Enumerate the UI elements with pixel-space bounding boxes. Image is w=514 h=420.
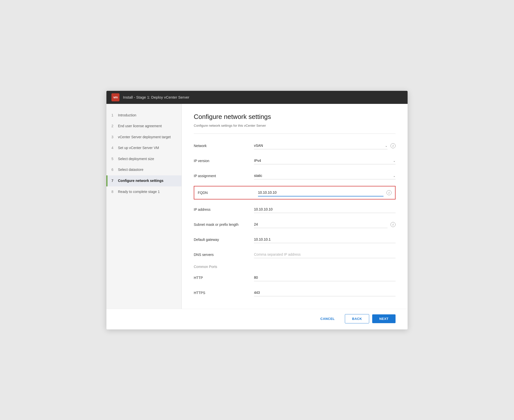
gateway-row: Default gateway <box>194 235 396 245</box>
step-num-4: 4 <box>111 146 115 151</box>
step-num-3: 3 <box>111 135 115 140</box>
subnet-label: Subnet mask or prefix length <box>194 223 254 227</box>
http-row: HTTP <box>194 273 396 283</box>
dns-label: DNS servers <box>194 253 254 257</box>
sidebar-item-deployment-size[interactable]: 5 Select deployment size <box>106 154 181 165</box>
gateway-input[interactable] <box>254 236 396 243</box>
sidebar-item-network-settings[interactable]: 7 Configure network settings <box>106 175 181 186</box>
sidebar-item-ready[interactable]: 8 Ready to complete stage 1 <box>106 186 181 197</box>
ip-assignment-select[interactable]: static DHCP <box>254 172 396 179</box>
cancel-button[interactable]: CANCEL <box>313 314 342 323</box>
sidebar-item-deployment-target[interactable]: 3 vCenter Server deployment target <box>106 132 181 143</box>
http-control <box>254 274 396 281</box>
step-num-6: 6 <box>111 167 115 172</box>
fqdn-row: FQDN i <box>194 186 396 199</box>
fqdn-control <box>258 189 383 196</box>
step-num-8: 8 <box>111 189 115 194</box>
network-control: vSAN VM Network Management Network ⌄ <box>254 142 388 149</box>
ip-address-input[interactable] <box>254 206 396 213</box>
network-select[interactable]: vSAN VM Network Management Network <box>254 142 388 149</box>
ip-assignment-row: IP assignment static DHCP ⌄ <box>194 171 396 181</box>
step-num-7: 7 <box>111 178 115 183</box>
dns-control <box>254 251 396 258</box>
ip-assignment-label: IP assignment <box>194 174 254 178</box>
subnet-control <box>254 221 388 228</box>
ip-version-label: IP version <box>194 159 254 163</box>
titlebar-title: Install - Stage 1: Deploy vCenter Server <box>123 95 189 99</box>
gateway-control <box>254 236 396 243</box>
page-title: Configure network settings <box>194 113 396 121</box>
main-body: 1 Introduction 2 End user license agreem… <box>106 104 408 309</box>
network-info-icon[interactable]: i <box>391 143 396 148</box>
ip-version-control: IPv4 IPv6 ⌄ <box>254 157 396 164</box>
form-section: Network vSAN VM Network Management Netwo… <box>194 141 396 303</box>
sidebar-item-introduction[interactable]: 1 Introduction <box>106 110 181 121</box>
page-subtitle: Configure network settings for this vCen… <box>194 124 396 127</box>
sidebar-item-setup-vm[interactable]: 4 Set up vCenter Server VM <box>106 143 181 154</box>
fqdn-input[interactable] <box>258 189 383 196</box>
next-button[interactable]: NEXT <box>372 314 396 323</box>
sidebar-item-label: Select datastore <box>118 167 143 172</box>
ip-address-label: IP address <box>194 207 254 212</box>
main-window: vm Install - Stage 1: Deploy vCenter Ser… <box>106 91 408 329</box>
sidebar-item-label: End user license agreement <box>118 124 162 129</box>
titlebar: vm Install - Stage 1: Deploy vCenter Ser… <box>106 91 408 104</box>
subnet-row: Subnet mask or prefix length i <box>194 220 396 230</box>
sidebar-item-eula[interactable]: 2 End user license agreement <box>106 121 181 132</box>
sidebar-item-label: Set up vCenter Server VM <box>118 146 159 151</box>
sidebar-item-label: Introduction <box>118 113 136 118</box>
http-input[interactable] <box>254 274 396 281</box>
step-num-5: 5 <box>111 157 115 162</box>
sidebar-item-label: Select deployment size <box>118 157 154 162</box>
fqdn-label: FQDN <box>198 191 258 195</box>
https-control <box>254 289 396 296</box>
ip-version-row: IP version IPv4 IPv6 ⌄ <box>194 156 396 166</box>
http-label: HTTP <box>194 276 254 280</box>
sidebar-item-label: Ready to complete stage 1 <box>118 189 160 194</box>
footer: CANCEL BACK NEXT <box>106 309 408 329</box>
sidebar-item-label: vCenter Server deployment target <box>118 135 171 140</box>
back-button[interactable]: BACK <box>345 314 369 323</box>
https-row: HTTPS <box>194 288 396 298</box>
ip-address-control <box>254 206 396 213</box>
divider <box>194 133 396 134</box>
gateway-label: Default gateway <box>194 238 254 242</box>
dns-row: DNS servers <box>194 250 396 260</box>
ip-assignment-control: static DHCP ⌄ <box>254 172 396 179</box>
step-num-1: 1 <box>111 113 115 118</box>
sidebar-item-label: Configure network settings <box>118 178 163 183</box>
network-row: Network vSAN VM Network Management Netwo… <box>194 141 396 151</box>
ip-address-row: IP address <box>194 204 396 215</box>
subnet-info-icon[interactable]: i <box>391 222 396 227</box>
sidebar-item-datastore[interactable]: 6 Select datastore <box>106 164 181 175</box>
step-num-2: 2 <box>111 124 115 129</box>
subnet-input[interactable] <box>254 221 388 228</box>
fqdn-info-icon[interactable]: i <box>387 190 392 195</box>
network-label: Network <box>194 144 254 148</box>
dns-input[interactable] <box>254 251 396 258</box>
ip-version-select[interactable]: IPv4 IPv6 <box>254 157 396 164</box>
vm-logo: vm <box>111 93 119 101</box>
common-ports-section-label: Common Ports <box>194 265 396 269</box>
https-input[interactable] <box>254 289 396 296</box>
content-area: Configure network settings Configure net… <box>182 104 408 309</box>
https-label: HTTPS <box>194 291 254 295</box>
sidebar: 1 Introduction 2 End user license agreem… <box>106 104 182 309</box>
